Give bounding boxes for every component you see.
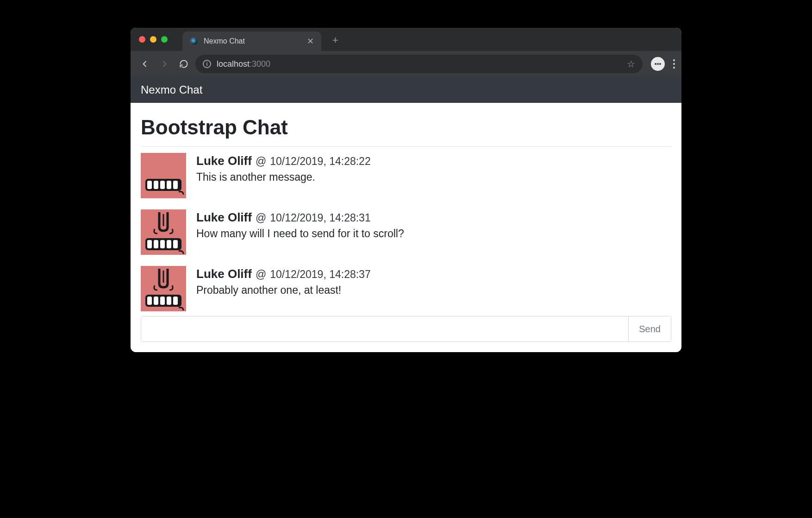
message-item: Luke Oliff @ 10/12/2019, 14:28:31 How ma… [141, 203, 671, 259]
svg-rect-16 [160, 240, 165, 248]
address-bar[interactable]: i localhost:3000 ☆ [195, 55, 643, 73]
svg-rect-18 [173, 240, 178, 248]
url-host: localhost [217, 59, 250, 69]
svg-rect-25 [167, 297, 171, 305]
message-user: Luke Oliff [196, 154, 252, 168]
bookmark-star-icon[interactable]: ☆ [627, 58, 635, 69]
browser-window: Nexmo Chat ✕ + i localhost:3000 ☆ Nexm [131, 28, 681, 352]
message-body: Luke Oliff @ 10/12/2019, 14:28:22 This i… [196, 153, 671, 198]
svg-point-3 [658, 63, 659, 64]
message-user: Luke Oliff [196, 210, 252, 225]
navbar-brand[interactable]: Nexmo Chat [141, 83, 202, 96]
titlebar: Nexmo Chat ✕ + [131, 28, 681, 51]
message-separator: @ [256, 268, 266, 281]
message-timestamp: 10/12/2019, 14:28:31 [270, 212, 370, 224]
window-close-button[interactable] [139, 36, 145, 43]
profile-avatar-button[interactable] [651, 57, 665, 71]
svg-rect-9 [167, 181, 171, 189]
reload-button[interactable] [176, 56, 192, 72]
svg-rect-26 [173, 297, 178, 305]
app-navbar: Nexmo Chat [131, 77, 681, 103]
tab-favicon [190, 37, 198, 45]
close-tab-icon[interactable]: ✕ [307, 36, 314, 46]
send-button[interactable]: Send [628, 316, 671, 341]
svg-rect-22 [147, 297, 152, 305]
message-separator: @ [256, 212, 266, 224]
svg-rect-15 [154, 240, 158, 248]
browser-menu-button[interactable] [673, 59, 675, 69]
message-timestamp: 10/12/2019, 14:28:22 [270, 155, 370, 168]
svg-rect-10 [173, 181, 178, 189]
message-separator: @ [256, 155, 266, 168]
avatar [141, 209, 186, 255]
compose-bar: Send [141, 316, 671, 342]
svg-rect-24 [160, 297, 165, 305]
page-title: Bootstrap Chat [141, 116, 671, 139]
message-item: Luke Oliff @ 10/12/2019, 14:28:37 Probab… [141, 259, 671, 316]
svg-rect-14 [147, 240, 152, 248]
svg-rect-23 [154, 297, 158, 305]
message-body: Luke Oliff @ 10/12/2019, 14:28:37 Probab… [196, 266, 671, 311]
svg-rect-17 [167, 240, 171, 248]
window-minimize-button[interactable] [150, 36, 156, 43]
window-maximize-button[interactable] [161, 36, 168, 43]
svg-rect-1 [655, 63, 661, 64]
avatar [141, 153, 186, 198]
message-text: How many will I need to send for it to s… [196, 227, 671, 240]
traffic-lights [139, 36, 168, 43]
svg-rect-8 [160, 181, 165, 189]
svg-point-2 [656, 63, 657, 64]
message-list[interactable]: Luke Oliff @ 10/12/2019, 14:28:22 This i… [141, 147, 671, 316]
browser-toolbar: i localhost:3000 ☆ [131, 51, 681, 77]
back-button[interactable] [137, 56, 153, 72]
message-item: Luke Oliff @ 10/12/2019, 14:28:22 This i… [141, 147, 671, 203]
svg-rect-7 [154, 181, 158, 189]
message-text: Probably another one, at least! [196, 284, 671, 297]
avatar [141, 266, 186, 311]
browser-tab[interactable]: Nexmo Chat ✕ [182, 32, 321, 51]
message-user: Luke Oliff [196, 267, 252, 281]
tab-title: Nexmo Chat [204, 37, 301, 45]
new-tab-button[interactable]: + [332, 34, 338, 46]
forward-button[interactable] [156, 56, 172, 72]
url-port: :3000 [250, 59, 270, 69]
svg-rect-6 [147, 181, 152, 189]
message-timestamp: 10/12/2019, 14:28:37 [270, 268, 370, 281]
message-text: This is another message. [196, 171, 671, 183]
message-body: Luke Oliff @ 10/12/2019, 14:28:31 How ma… [196, 209, 671, 255]
message-input[interactable] [141, 316, 628, 341]
page-content: Bootstrap Chat Luke Oliff @ 10/12/2019, … [131, 103, 681, 352]
site-info-icon[interactable]: i [203, 60, 211, 68]
